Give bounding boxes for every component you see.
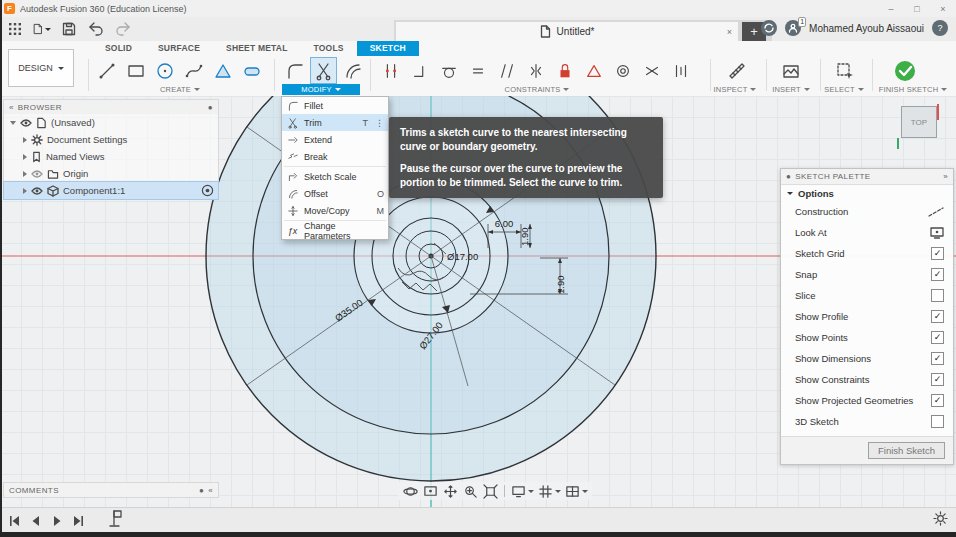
line-tool-icon[interactable]	[94, 58, 119, 83]
slice-checkbox[interactable]	[931, 289, 944, 302]
polygon-constraint-icon[interactable]	[581, 58, 606, 83]
job-status-icon[interactable]: 1	[785, 20, 801, 36]
look-at-icon[interactable]	[422, 483, 439, 499]
expand-caret-icon[interactable]	[23, 154, 27, 160]
fit-icon[interactable]	[482, 483, 499, 499]
symmetry-constraint-icon[interactable]	[523, 58, 548, 83]
expand-caret-icon[interactable]	[23, 171, 27, 177]
palette-row-construction[interactable]: Construction	[781, 201, 953, 222]
expand-caret-icon[interactable]	[23, 188, 27, 194]
collapse-panel-icon[interactable]: «	[9, 103, 14, 112]
tab-sketch[interactable]: SKETCH	[357, 41, 419, 56]
expand-caret-icon[interactable]	[23, 137, 27, 143]
comments-header[interactable]: COMMENTS ● «	[4, 483, 218, 497]
show-points-checkbox[interactable]: ✓	[931, 331, 944, 344]
undo-icon[interactable]	[87, 20, 105, 38]
palette-row-snap[interactable]: Snap ✓	[781, 264, 953, 285]
tangent-constraint-icon[interactable]	[436, 58, 461, 83]
finish-sketch-icon[interactable]	[892, 58, 917, 83]
menu-more-options-icon[interactable]: ⋮	[375, 118, 384, 128]
panel-dot-icon[interactable]: ●	[208, 103, 213, 112]
skip-to-start-button[interactable]	[8, 514, 22, 528]
palette-row-3d-sketch[interactable]: 3D Sketch	[781, 411, 953, 432]
section-insert[interactable]: INSERT	[766, 84, 816, 95]
finish-sketch-button[interactable]: Finish Sketch	[868, 442, 945, 459]
equal-constraint-icon[interactable]	[465, 58, 490, 83]
measure-tool-icon[interactable]	[724, 58, 749, 83]
section-select[interactable]: SELECT	[820, 84, 868, 95]
app-grid-icon[interactable]	[6, 20, 24, 38]
workspace-selector-design[interactable]: DESIGN	[8, 49, 74, 87]
sketch-grid-checkbox[interactable]: ✓	[931, 247, 944, 260]
browser-item-origin[interactable]: Origin	[4, 165, 218, 182]
timeline-position-marker[interactable]	[108, 510, 124, 532]
menu-item-move-copy[interactable]: Move/Copy M	[282, 202, 388, 219]
extension-icon[interactable]	[761, 20, 777, 36]
orbit-icon[interactable]	[402, 483, 419, 499]
eye-icon[interactable]	[20, 117, 32, 129]
section-constraints[interactable]: CONSTRAINTS	[378, 84, 696, 95]
save-icon[interactable]	[60, 20, 78, 38]
sketch-palette-header[interactable]: ● SKETCH PALETTE »	[781, 169, 953, 185]
eye-icon[interactable]	[31, 185, 43, 197]
collinear-constraint-icon[interactable]	[639, 58, 664, 83]
browser-item-component1[interactable]: Component1:1	[4, 182, 218, 199]
timeline-settings-gear-icon[interactable]	[933, 511, 948, 530]
menu-item-change-parameters[interactable]: ƒx Change Parameters	[282, 222, 388, 239]
display-settings-dropdown[interactable]	[510, 483, 534, 499]
rectangle-tool-icon[interactable]	[123, 58, 148, 83]
trim-tool-icon[interactable]	[311, 58, 336, 83]
palette-row-show-points[interactable]: Show Points ✓	[781, 327, 953, 348]
tab-surface[interactable]: SURFACE	[145, 41, 213, 56]
slot-tool-icon[interactable]	[239, 58, 264, 83]
redo-icon[interactable]	[114, 20, 132, 38]
palette-row-show-constraints[interactable]: Show Constraints ✓	[781, 369, 953, 390]
parallel-constraint-icon[interactable]	[494, 58, 519, 83]
offset-tool-icon[interactable]	[340, 58, 365, 83]
menu-item-trim[interactable]: Trim T ⋮	[282, 114, 388, 131]
mirror-tool-icon[interactable]	[210, 58, 235, 83]
menu-item-sketch-scale[interactable]: Sketch Scale	[282, 168, 388, 185]
section-inspect[interactable]: INSPECT	[708, 84, 762, 95]
insert-tool-icon[interactable]	[778, 58, 803, 83]
expand-caret-icon[interactable]	[10, 121, 16, 125]
show-projected-geometries-checkbox[interactable]: ✓	[931, 394, 944, 407]
menu-item-break[interactable]: Break	[282, 148, 388, 165]
user-name[interactable]: Mohamed Ayoub Aissaoui	[809, 23, 924, 34]
midpoint-constraint-icon[interactable]	[668, 58, 693, 83]
coincident-constraint-icon[interactable]	[378, 58, 403, 83]
help-icon[interactable]: ?	[932, 20, 948, 36]
show-profile-checkbox[interactable]: ✓	[931, 310, 944, 323]
section-finish-sketch[interactable]: FINISH SKETCH	[872, 84, 954, 95]
palette-row-show-projected[interactable]: Show Projected Geometries ✓	[781, 390, 953, 411]
show-constraints-checkbox[interactable]: ✓	[931, 373, 944, 386]
eye-icon[interactable]	[31, 168, 43, 180]
browser-header[interactable]: « BROWSER ●	[4, 100, 218, 114]
collapse-panel-icon[interactable]: »	[943, 172, 948, 181]
browser-item-named-views[interactable]: Named Views	[4, 148, 218, 165]
spline-tool-icon[interactable]	[181, 58, 206, 83]
panel-dot-icon[interactable]: ●	[199, 486, 204, 495]
file-menu-icon[interactable]	[33, 20, 51, 38]
close-document-icon[interactable]: ×	[727, 27, 732, 37]
3d-sketch-checkbox[interactable]	[931, 415, 944, 428]
tab-sheet-metal[interactable]: SHEET METAL	[213, 41, 301, 56]
close-button[interactable]: ×	[930, 4, 956, 14]
activate-component-icon[interactable]	[201, 184, 214, 197]
menu-item-fillet[interactable]: Fillet	[282, 97, 388, 114]
section-create[interactable]: CREATE	[94, 84, 266, 95]
palette-row-slice[interactable]: Slice	[781, 285, 953, 306]
fillet-tool-icon[interactable]	[282, 58, 307, 83]
viewcube[interactable]: TOP	[897, 104, 945, 150]
tab-solid[interactable]: SOLID	[92, 41, 145, 56]
show-dimensions-checkbox[interactable]: ✓	[931, 352, 944, 365]
browser-item-unsaved[interactable]: (Unsaved)	[4, 114, 218, 131]
step-back-button[interactable]	[29, 514, 43, 528]
palette-row-show-dimensions[interactable]: Show Dimensions ✓	[781, 348, 953, 369]
viewports-dropdown[interactable]	[564, 483, 588, 499]
tab-tools[interactable]: TOOLS	[301, 41, 357, 56]
snap-checkbox[interactable]: ✓	[931, 268, 944, 281]
pan-icon[interactable]	[442, 483, 459, 499]
concentric-constraint-icon[interactable]	[610, 58, 635, 83]
viewcube-top-face[interactable]: TOP	[901, 106, 937, 138]
